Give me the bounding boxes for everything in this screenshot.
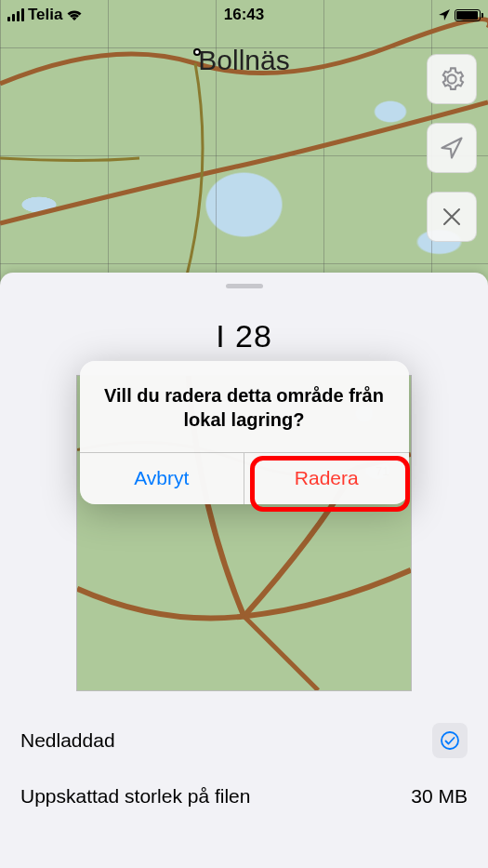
status-bar: Telia 16:43: [0, 0, 488, 30]
alert-title: Vill du radera detta område från lokal l…: [80, 361, 409, 452]
alert-layer: Vill du radera detta område från lokal l…: [0, 0, 488, 868]
delete-confirmation-alert: Vill du radera detta område från lokal l…: [80, 361, 409, 504]
clock: 16:43: [0, 6, 488, 24]
battery-icon: [455, 9, 481, 21]
delete-button[interactable]: Radera: [244, 453, 409, 504]
cancel-button[interactable]: Avbryt: [80, 453, 244, 504]
